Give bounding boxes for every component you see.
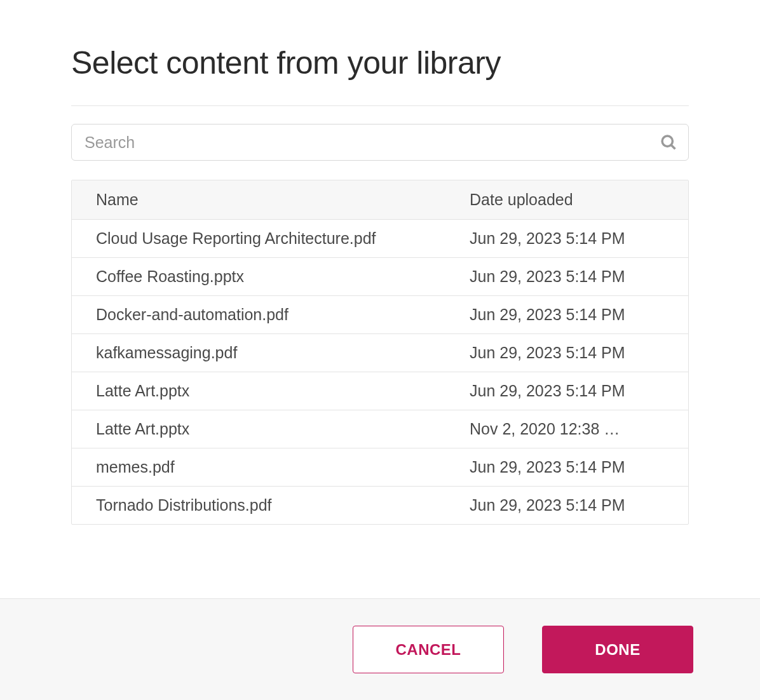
cancel-button[interactable]: CANCEL bbox=[353, 626, 504, 673]
table-row[interactable]: Tornado Distributions.pdfJun 29, 2023 5:… bbox=[72, 487, 688, 524]
file-name: Latte Art.pptx bbox=[96, 382, 470, 400]
file-date: Jun 29, 2023 5:14 PM bbox=[470, 306, 688, 324]
file-name: Cloud Usage Reporting Architecture.pdf bbox=[96, 229, 470, 248]
search-input[interactable] bbox=[71, 124, 689, 161]
file-date: Jun 29, 2023 5:14 PM bbox=[470, 267, 688, 286]
content-table: Name Date uploaded Cloud Usage Reporting… bbox=[71, 180, 689, 525]
modal-content: Select content from your library Name Da… bbox=[0, 0, 760, 598]
table-row[interactable]: Latte Art.pptxJun 29, 2023 5:14 PM bbox=[72, 372, 688, 410]
file-date: Jun 29, 2023 5:14 PM bbox=[470, 229, 688, 248]
table-row[interactable]: Docker-and-automation.pdfJun 29, 2023 5:… bbox=[72, 296, 688, 334]
search-wrapper bbox=[71, 124, 689, 161]
file-name: Docker-and-automation.pdf bbox=[96, 306, 470, 324]
column-header-name: Name bbox=[96, 191, 470, 209]
done-button[interactable]: DONE bbox=[542, 626, 693, 673]
table-header: Name Date uploaded bbox=[72, 180, 688, 220]
column-header-date: Date uploaded bbox=[470, 191, 688, 209]
file-date: Jun 29, 2023 5:14 PM bbox=[470, 496, 688, 515]
file-date: Jun 29, 2023 5:14 PM bbox=[470, 382, 688, 400]
file-name: memes.pdf bbox=[96, 458, 470, 476]
table-body: Cloud Usage Reporting Architecture.pdfJu… bbox=[72, 220, 688, 524]
table-row[interactable]: kafkamessaging.pdfJun 29, 2023 5:14 PM bbox=[72, 334, 688, 372]
modal-footer: CANCEL DONE bbox=[0, 598, 760, 700]
file-name: Latte Art.pptx bbox=[96, 420, 470, 438]
file-date: Jun 29, 2023 5:14 PM bbox=[470, 344, 688, 362]
file-date: Jun 29, 2023 5:14 PM bbox=[470, 458, 688, 476]
divider bbox=[71, 105, 689, 106]
file-name: Coffee Roasting.pptx bbox=[96, 267, 470, 286]
file-date: Nov 2, 2020 12:38 … bbox=[470, 420, 688, 438]
table-row[interactable]: memes.pdfJun 29, 2023 5:14 PM bbox=[72, 448, 688, 487]
file-name: Tornado Distributions.pdf bbox=[96, 496, 470, 515]
table-row[interactable]: Latte Art.pptxNov 2, 2020 12:38 … bbox=[72, 410, 688, 448]
table-row[interactable]: Coffee Roasting.pptxJun 29, 2023 5:14 PM bbox=[72, 258, 688, 296]
file-name: kafkamessaging.pdf bbox=[96, 344, 470, 362]
modal-title: Select content from your library bbox=[71, 44, 689, 81]
table-row[interactable]: Cloud Usage Reporting Architecture.pdfJu… bbox=[72, 220, 688, 258]
